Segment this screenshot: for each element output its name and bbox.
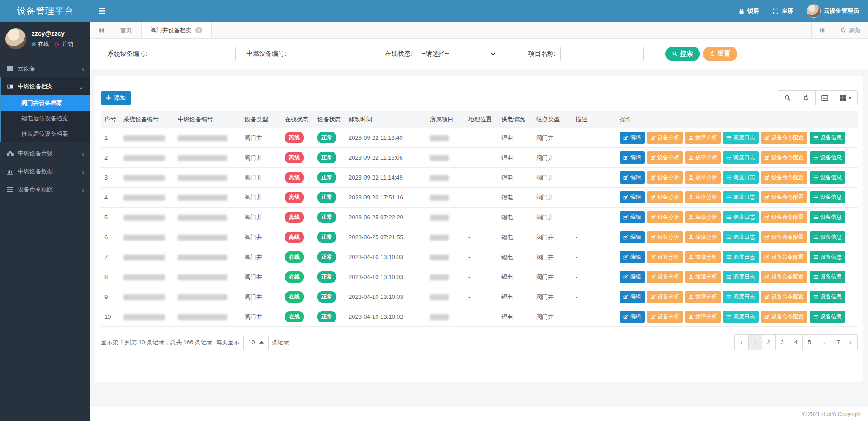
action-device-analysis-button[interactable]: 设备分析 [647,231,683,243]
action-edit-button[interactable]: 编辑 [620,271,645,283]
tab-refresh-button[interactable]: 刷新 [833,22,868,38]
action-dispatch-log-button[interactable]: 调度日志 [723,191,759,203]
columns-button[interactable] [834,91,857,105]
logout-link[interactable]: 注销 [62,40,73,48]
page-2-button[interactable]: 2 [762,335,775,350]
sidebar-item-assembled-remote-archive[interactable]: 拼装远传设备档案 [1,126,90,142]
sidebar-item-command-tracking[interactable]: 设备命令跟踪 ‹ [0,180,90,199]
action-device-info-button[interactable]: 设备信息 [810,251,845,263]
page-size-select[interactable]: 10 [243,335,268,350]
action-dispatch-log-button[interactable]: 调度日志 [723,311,759,323]
action-dispatch-log-button[interactable]: 调度日志 [723,171,759,184]
tab-close-icon[interactable] [195,27,202,33]
action-device-command-config-button[interactable]: 设备命令配置 [761,211,807,223]
tab-home[interactable]: 首页 [111,22,142,38]
action-device-info-button[interactable]: 设备信息 [810,291,845,303]
action-fault-analysis-button[interactable]: 故障分析 [685,191,721,203]
page-next-button[interactable]: › [844,335,857,350]
action-device-command-config-button[interactable]: 设备命令配置 [761,151,807,164]
action-device-analysis-button[interactable]: 设备分析 [647,271,683,283]
sidebar-item-device-upgrade[interactable]: 中燃设备升级 ‹ [0,144,90,162]
lock-screen-button[interactable]: 锁屏 [739,7,759,15]
action-device-info-button[interactable]: 设备信息 [810,132,845,144]
action-dispatch-log-button[interactable]: 调度日志 [723,231,759,243]
action-device-analysis-button[interactable]: 设备分析 [647,291,683,303]
action-edit-button[interactable]: 编辑 [620,132,645,144]
action-fault-analysis-button[interactable]: 故障分析 [685,211,721,223]
user-profile-button[interactable]: 云设备管理员 [807,4,859,18]
action-fault-analysis-button[interactable]: 故障分析 [685,271,721,283]
action-fault-analysis-button[interactable]: 故障分析 [685,132,721,144]
action-device-analysis-button[interactable]: 设备分析 [647,191,683,203]
action-device-info-button[interactable]: 设备信息 [810,171,845,184]
online-status-select[interactable]: --请选择-- [417,47,500,61]
action-device-command-config-button[interactable]: 设备命令配置 [761,251,807,263]
tab-valve-well-archive[interactable]: 阀门井设备档案 [142,22,212,38]
reset-button[interactable]: 重置 [703,47,737,61]
page-5-button[interactable]: 5 [802,335,816,350]
table-refresh-button[interactable] [797,91,815,105]
tabs-scroll-right-button[interactable] [811,22,833,38]
sidebar-item-device-data[interactable]: 中燃设备数据 ‹ [0,162,90,180]
action-device-info-button[interactable]: 设备信息 [810,311,845,323]
action-fault-analysis-button[interactable]: 故障分析 [685,151,721,164]
action-fault-analysis-button[interactable]: 故障分析 [685,171,721,184]
action-fault-analysis-button[interactable]: 故障分析 [685,311,721,323]
system-device-no-input[interactable] [152,47,236,61]
action-edit-button[interactable]: 编辑 [620,151,645,164]
action-device-command-config-button[interactable]: 设备命令配置 [761,291,807,303]
action-fault-analysis-button[interactable]: 故障分析 [685,251,721,263]
action-edit-button[interactable]: 编辑 [620,171,645,184]
page-prev-button[interactable]: ‹ [735,335,748,350]
action-device-analysis-button[interactable]: 设备分析 [647,151,683,164]
action-device-analysis-button[interactable]: 设备分析 [647,211,683,223]
project-name-input[interactable] [560,47,644,61]
page-17-button[interactable]: 17 [830,335,844,350]
action-dispatch-log-button[interactable]: 调度日志 [723,211,759,223]
action-fault-analysis-button[interactable]: 故障分析 [685,291,721,303]
gas-device-no-input[interactable] [291,47,374,61]
action-device-info-button[interactable]: 设备信息 [810,211,845,223]
action-edit-button[interactable]: 编辑 [620,291,645,303]
action-dispatch-log-button[interactable]: 调度日志 [723,251,759,263]
page-4-button[interactable]: 4 [789,335,802,350]
action-device-command-config-button[interactable]: 设备命令配置 [761,171,807,184]
action-edit-button[interactable]: 编辑 [620,211,645,223]
action-device-command-config-button[interactable]: 设备命令配置 [761,132,807,144]
action-edit-button[interactable]: 编辑 [620,251,645,263]
action-edit-button[interactable]: 编辑 [620,231,645,243]
action-device-analysis-button[interactable]: 设备分析 [647,171,683,184]
action-fault-analysis-button[interactable]: 故障分析 [685,231,721,243]
action-dispatch-log-button[interactable]: 调度日志 [723,291,759,303]
sidebar-item-valve-well-archive[interactable]: 阀门井设备档案 [1,95,90,111]
action-device-info-button[interactable]: 设备信息 [810,231,845,243]
action-device-command-config-button[interactable]: 设备命令配置 [761,231,807,243]
action-device-info-button[interactable]: 设备信息 [810,151,845,164]
page-3-button[interactable]: 3 [775,335,789,350]
action-device-analysis-button[interactable]: 设备分析 [647,311,683,323]
add-button[interactable]: 添加 [101,91,131,105]
fullscreen-button[interactable]: 全屏 [773,7,793,15]
action-dispatch-log-button[interactable]: 调度日志 [723,271,759,283]
tabs-scroll-left-button[interactable] [90,22,111,38]
online-status-badge: 在线 [285,291,304,303]
action-device-command-config-button[interactable]: 设备命令配置 [761,191,807,203]
sidebar-toggle-button[interactable] [90,0,113,22]
action-device-analysis-button[interactable]: 设备分析 [647,251,683,263]
sidebar-item-gas-archives[interactable]: 中燃设备档案 ⌄ [1,77,90,95]
action-dispatch-log-button[interactable]: 调度日志 [723,132,759,144]
sidebar-item-lithium-remote-archive[interactable]: 锂电远传设备档案 [1,111,90,126]
action-edit-button[interactable]: 编辑 [620,311,645,323]
page-1-button[interactable]: 1 [748,335,762,350]
search-button[interactable]: 搜索 [665,47,700,61]
action-edit-button[interactable]: 编辑 [620,191,645,203]
action-device-command-config-button[interactable]: 设备命令配置 [761,311,807,323]
detail-view-button[interactable] [815,91,834,105]
table-search-button[interactable] [778,91,797,105]
action-device-analysis-button[interactable]: 设备分析 [647,132,683,144]
action-device-info-button[interactable]: 设备信息 [810,191,845,203]
action-device-command-config-button[interactable]: 设备命令配置 [761,271,807,283]
action-dispatch-log-button[interactable]: 调度日志 [723,151,759,164]
sidebar-item-cloud-device[interactable]: 云设备 ‹ [0,59,90,77]
action-device-info-button[interactable]: 设备信息 [810,271,845,283]
